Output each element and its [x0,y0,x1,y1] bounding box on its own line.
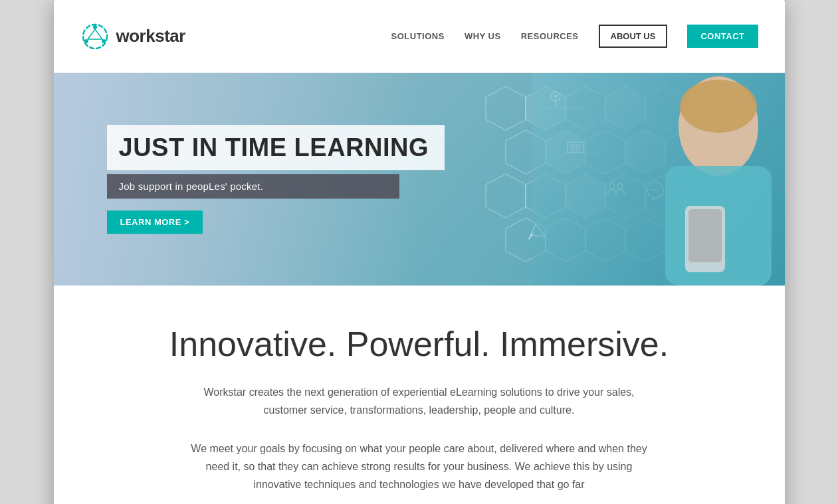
nav-contact[interactable]: CONTACT [687,25,758,48]
svg-point-2 [102,39,106,43]
hero-subtitle-box: Job support in peopLes' pocket. [107,174,399,199]
logo-area: workstar [80,22,185,51]
nav-solutions[interactable]: SOLUTIONS [391,31,445,41]
svg-line-5 [88,29,95,39]
hero-content: JUST IN TIME LEARNING Job support in peo… [107,125,445,234]
description-paragraph-2: We meet your goals by focusing on what y… [187,440,652,494]
svg-line-4 [95,29,102,39]
svg-point-52 [680,80,757,133]
nav-why-us[interactable]: WHY US [465,31,501,41]
logo-icon [80,22,110,51]
hero-cta-button[interactable]: LEARN MORE > [107,210,203,234]
svg-point-3 [84,39,88,43]
svg-point-1 [93,25,97,29]
tagline: Innovative. Powerful. Immersive. [80,325,758,363]
hero-section: JUST IN TIME LEARNING Job support in peo… [54,73,785,286]
hero-subtitle: Job support in peopLes' pocket. [119,181,387,192]
browser-window: workstar SOLUTIONS WHY US RESOURCES ABOU… [54,0,785,504]
main-nav: SOLUTIONS WHY US RESOURCES ABOUT US CONT… [391,25,758,48]
description-paragraph-1: Workstar creates the next generation of … [187,383,652,419]
svg-rect-54 [688,209,722,262]
hero-title: JUST IN TIME LEARNING [119,134,429,162]
logo-text: workstar [116,26,185,46]
svg-marker-17 [486,174,526,218]
header: workstar SOLUTIONS WHY US RESOURCES ABOU… [54,0,785,73]
hero-person-image [532,73,785,286]
nav-resources[interactable]: RESOURCES [521,31,579,41]
svg-marker-7 [486,86,526,130]
hero-title-box: JUST IN TIME LEARNING [107,125,445,170]
main-content: Innovative. Powerful. Immersive. Worksta… [54,286,785,504]
nav-about[interactable]: ABOUT US [599,25,668,48]
